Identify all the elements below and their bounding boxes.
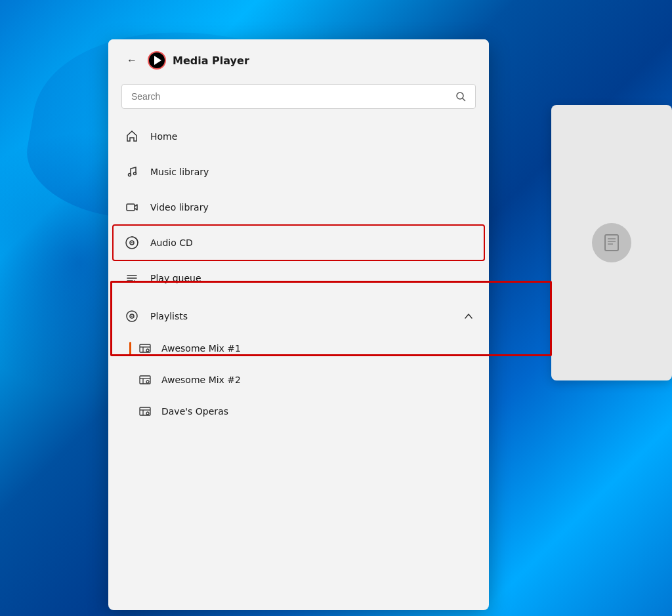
playlists-header[interactable]: Playlists (114, 299, 484, 333)
playlist-music-icon-2 (138, 373, 152, 387)
media-player-window: ← Media Player Home (108, 39, 489, 610)
playlist-items: Awesome Mix #1 Awesome Mix #2 (114, 333, 484, 426)
playlist-label-awesome-mix-1: Awesome Mix #1 (161, 343, 241, 354)
search-input[interactable] (131, 91, 455, 102)
playlist-item-daves-operas[interactable]: Dave's Operas (119, 396, 484, 426)
back-button[interactable]: ← (121, 50, 142, 71)
home-label: Home (150, 131, 177, 142)
play-queue-icon (124, 270, 140, 286)
playlist-item-awesome-mix-1[interactable]: Awesome Mix #1 (119, 333, 484, 363)
app-icon (148, 51, 166, 70)
search-icon (455, 91, 466, 102)
sidebar-item-music-library[interactable]: Music library (114, 155, 484, 189)
video-library-label: Video library (150, 202, 209, 213)
audio-cd-icon (124, 235, 140, 251)
back-arrow-icon: ← (127, 54, 137, 66)
sidebar-item-play-queue[interactable]: Play queue (114, 261, 484, 295)
playlists-label: Playlists (150, 311, 188, 321)
playlist-music-icon-1 (138, 341, 152, 356)
video-icon (124, 199, 140, 215)
play-icon (154, 56, 161, 65)
svg-rect-4 (127, 204, 135, 211)
svg-rect-27 (605, 235, 618, 251)
search-container (108, 79, 489, 119)
playlist-label-daves-operas: Dave's Operas (161, 406, 228, 417)
music-library-label: Music library (150, 167, 209, 177)
svg-point-26 (146, 412, 149, 415)
audio-cd-label: Audio CD (150, 237, 193, 248)
svg-point-3 (134, 173, 136, 175)
home-icon (124, 129, 140, 144)
right-panel-icon (592, 223, 631, 262)
sidebar-item-video-library[interactable]: Video library (114, 190, 484, 224)
right-panel (551, 105, 672, 380)
sidebar-item-home[interactable]: Home (114, 119, 484, 154)
search-box[interactable] (121, 84, 476, 109)
playlist-music-icon-3 (138, 404, 152, 419)
app-title: Media Player (173, 54, 249, 67)
svg-point-7 (131, 242, 133, 243)
playlist-label-awesome-mix-2: Awesome Mix #2 (161, 375, 241, 385)
svg-point-2 (129, 174, 131, 176)
playlists-section: Playlists (108, 297, 489, 426)
svg-point-14 (131, 316, 133, 317)
svg-line-1 (463, 98, 465, 101)
nav-list: Home Music library Video library (108, 119, 489, 295)
play-queue-label: Play queue (150, 273, 201, 283)
window-header: ← Media Player (108, 39, 489, 79)
active-playlist-indicator (129, 342, 131, 355)
playlist-item-awesome-mix-2[interactable]: Awesome Mix #2 (119, 365, 484, 395)
sidebar-item-audio-cd[interactable]: Audio CD (114, 226, 484, 260)
music-icon (124, 164, 140, 180)
playlists-header-left: Playlists (124, 308, 188, 324)
svg-point-22 (146, 380, 149, 383)
playlists-icon (124, 308, 140, 324)
svg-marker-11 (134, 280, 136, 283)
chevron-up-icon (464, 312, 473, 321)
svg-point-18 (146, 349, 149, 352)
